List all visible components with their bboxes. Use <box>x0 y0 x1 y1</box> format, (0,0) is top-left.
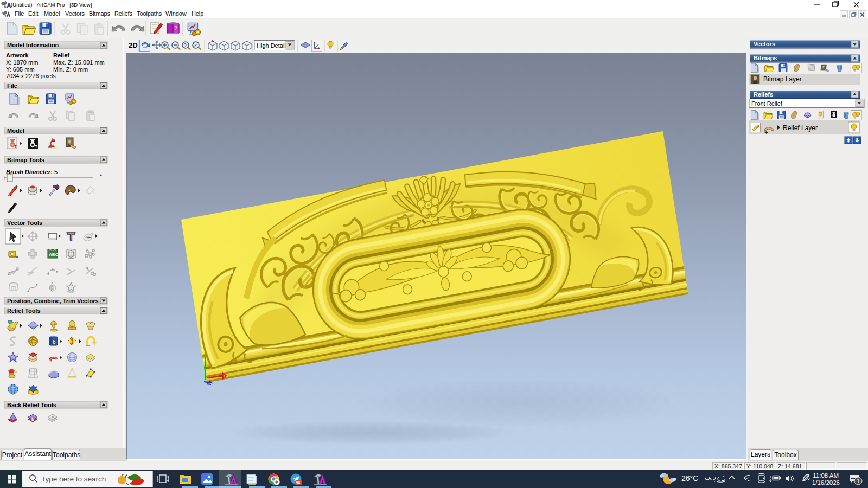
svg-text:Front Relief: Front Relief <box>751 100 783 107</box>
svg-text:Reliefs: Reliefs <box>754 91 773 98</box>
svg-text:Model Information: Model Information <box>7 42 59 48</box>
svg-text:Artwork: Artwork <box>6 52 29 59</box>
svg-text:Type here to search: Type here to search <box>41 475 106 483</box>
svg-text:Position, Combine, Trim Vector: Position, Combine, Trim Vectors <box>7 298 99 304</box>
svg-text:Relief Tools: Relief Tools <box>7 307 41 314</box>
svg-text:Brush Diameter:: Brush Diameter: <box>6 169 53 175</box>
svg-text:Vector Tools: Vector Tools <box>7 220 42 226</box>
svg-text:96: 96 <box>296 481 301 485</box>
svg-text:Model: Model <box>7 127 24 134</box>
svg-text:Relief: Relief <box>53 52 69 59</box>
svg-text:Min. Z: 0 mm: Min. Z: 0 mm <box>53 66 88 73</box>
svg-text:7034 x 2276 pixels: 7034 x 2276 pixels <box>6 73 56 79</box>
svg-text:Bitmaps: Bitmaps <box>754 55 777 61</box>
svg-text:Y: 605 mm: Y: 605 mm <box>6 66 35 73</box>
svg-text:11:08 AM: 11:08 AM <box>813 472 839 479</box>
svg-text:2D: 2D <box>129 41 138 49</box>
svg-text:Vectors: Vectors <box>754 41 775 47</box>
svg-text:Bitmap Layer: Bitmap Layer <box>763 75 802 83</box>
svg-text:Max. Z: 15.001 mm: Max. Z: 15.001 mm <box>53 59 105 66</box>
svg-text:5: 5 <box>54 169 58 175</box>
svg-text:X: 1870 mm: X: 1870 mm <box>6 59 38 66</box>
svg-text:Bitmap Tools: Bitmap Tools <box>7 157 44 163</box>
svg-text:26°C: 26°C <box>681 474 698 483</box>
svg-text:File: File <box>7 82 17 89</box>
svg-text:?: ? <box>174 25 177 31</box>
svg-text:1: 1 <box>857 478 860 484</box>
svg-text:1/16/2026: 1/16/2026 <box>812 479 840 486</box>
svg-text:Relief Layer: Relief Layer <box>783 124 818 132</box>
svg-text:Back Relief Tools: Back Relief Tools <box>7 402 56 408</box>
svg-text:High Detail: High Detail <box>257 42 286 49</box>
